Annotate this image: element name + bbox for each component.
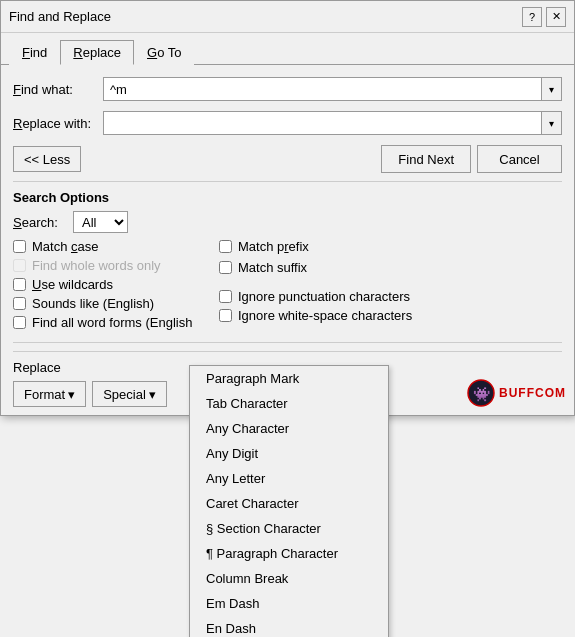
checkbox-match-case: Match case [13,239,203,254]
match-case-checkbox[interactable] [13,240,26,253]
options-area: Search: All Up Down Match case Find whol… [13,211,562,334]
special-button[interactable]: Special ▾ [92,381,167,407]
all-word-forms-checkbox[interactable] [13,316,26,329]
match-prefix-checkbox[interactable] [219,240,232,253]
checkbox-wildcards: Use wildcards [13,277,203,292]
wildcards-label: Use wildcards [32,277,113,292]
special-btn-label: Special [103,387,146,402]
search-label: Search: [13,215,73,230]
sounds-like-checkbox[interactable] [13,297,26,310]
menu-item-any-character[interactable]: Any Character [190,416,388,441]
menu-item-tab-character[interactable]: Tab Character [190,391,388,416]
svg-text:👾: 👾 [473,386,491,403]
buffcom-logo: 👾 BUFFCOM [467,379,566,407]
tab-replace-label: Replace [73,45,121,60]
tab-goto-label: Go To [147,45,181,60]
title-bar-controls: ? ✕ [522,7,566,27]
menu-item-caret-character[interactable]: Caret Character [190,491,388,516]
find-what-dropdown-btn[interactable]: ▾ [542,77,562,101]
menu-item-em-dash[interactable]: Em Dash [190,591,388,616]
menu-item-any-digit[interactable]: Any Digit [190,441,388,466]
search-row: Search: All Up Down [13,211,203,233]
find-replace-dialog: Find and Replace ? ✕ Find Replace Go To … [0,0,575,416]
all-word-forms-label: Find all word forms (English [32,315,192,330]
tab-goto[interactable]: Go To [134,40,194,65]
match-suffix-checkbox[interactable] [219,261,232,274]
separator-2 [13,342,562,343]
ignore-whitespace-label: Ignore white-space characters [238,308,412,323]
match-case-label: Match case [32,239,98,254]
ignore-punct-checkbox[interactable] [219,290,232,303]
checkbox-ignore-whitespace: Ignore white-space characters [219,308,562,323]
match-suffix-label: Match suffix [238,260,307,275]
menu-item-section-character[interactable]: § Section Character [190,516,388,541]
tab-bar: Find Replace Go To [1,33,574,65]
buffcom-logo-icon: 👾 [467,379,495,407]
sounds-like-label: Sounds like (English) [32,296,154,311]
format-dropdown-arrow: ▾ [68,387,75,402]
menu-item-any-letter[interactable]: Any Letter [190,466,388,491]
tab-replace[interactable]: Replace [60,40,134,65]
title-bar: Find and Replace ? ✕ [1,1,574,33]
cancel-button[interactable]: Cancel [477,145,562,173]
menu-item-column-break[interactable]: Column Break [190,566,388,591]
separator-1 [13,181,562,182]
find-next-button[interactable]: Find Next [381,145,471,173]
find-what-label: Find what: [13,82,103,97]
search-select[interactable]: All Up Down [73,211,128,233]
find-what-row: Find what: ▾ [13,77,562,101]
whole-words-checkbox[interactable] [13,259,26,272]
checkbox-match-prefix: Match prefix [219,239,562,254]
special-dropdown-arrow: ▾ [149,387,156,402]
menu-item-en-dash[interactable]: En Dash [190,616,388,637]
dialog-title: Find and Replace [9,9,111,24]
special-dropdown-menu: Paragraph Mark Tab Character Any Charact… [189,365,389,637]
buffcom-text: BUFFCOM [499,386,566,400]
checkbox-match-suffix: Match suffix [219,260,562,275]
checkbox-sounds-like: Sounds like (English) [13,296,203,311]
match-prefix-label: Match prefix [238,239,309,254]
replace-with-row: Replace with: ▾ [13,111,562,135]
format-btn-label: Format [24,387,65,402]
checkbox-all-word-forms: Find all word forms (English [13,315,203,330]
format-button[interactable]: Format ▾ [13,381,86,407]
wildcards-checkbox[interactable] [13,278,26,291]
replace-with-dropdown-btn[interactable]: ▾ [542,111,562,135]
dialog-body: Find what: ▾ Replace with: ▾ << Less Fin… [1,65,574,415]
help-button[interactable]: ? [522,7,542,27]
replace-with-input[interactable] [103,111,542,135]
close-button[interactable]: ✕ [546,7,566,27]
find-what-input[interactable] [103,77,542,101]
search-options-label: Search Options [13,190,562,205]
options-right: Match prefix Match suffix Ignore punctua… [203,211,562,334]
whole-words-label: Find whole words only [32,258,161,273]
tab-find[interactable]: Find [9,40,60,65]
options-left: Search: All Up Down Match case Find whol… [13,211,203,334]
find-what-input-wrap: ▾ [103,77,562,101]
less-button[interactable]: << Less [13,146,81,172]
menu-item-paragraph-character[interactable]: ¶ Paragraph Character [190,541,388,566]
checkbox-whole-words: Find whole words only [13,258,203,273]
replace-with-label: Replace with: [13,116,103,131]
tab-find-label: Find [22,45,47,60]
ignore-whitespace-checkbox[interactable] [219,309,232,322]
menu-item-paragraph-mark[interactable]: Paragraph Mark [190,366,388,391]
replace-with-input-wrap: ▾ [103,111,562,135]
checkbox-ignore-punct: Ignore punctuation characters [219,289,562,304]
ignore-punct-label: Ignore punctuation characters [238,289,410,304]
